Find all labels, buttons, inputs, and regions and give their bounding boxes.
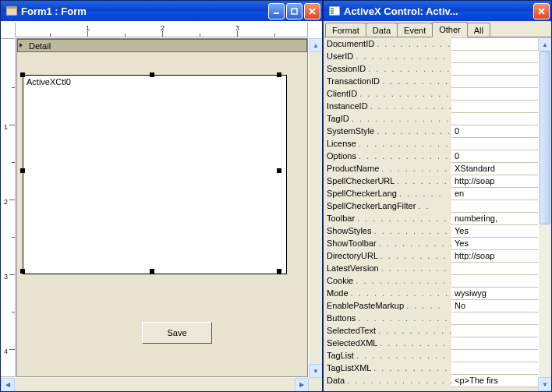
save-button[interactable]: Save bbox=[142, 322, 212, 344]
property-name: TagID . . . . . . . . . . . . . . . . . bbox=[324, 114, 451, 123]
property-row[interactable]: Toolbar . . . . . . . . . . . . . . .num… bbox=[324, 212, 538, 224]
property-row[interactable]: Options . . . . . . . . . . . . . . .0 bbox=[324, 150, 538, 162]
window-title: ActiveX Control: Activ... bbox=[344, 5, 533, 17]
property-row[interactable]: DirectoryURL . . . . . . . . . .http://s… bbox=[324, 249, 538, 262]
property-row[interactable]: SessionID . . . . . . . . . . . . . bbox=[324, 62, 538, 75]
property-row[interactable]: ShowStyles . . . . . . . . . . . .Yes bbox=[324, 224, 538, 237]
scroll-left-icon[interactable]: ◀ bbox=[1, 378, 15, 392]
property-value[interactable]: numbering, bbox=[451, 212, 538, 225]
property-value[interactable]: 0 bbox=[451, 125, 538, 138]
property-row[interactable]: SpellCheckerLangFilter . . bbox=[324, 200, 538, 212]
titlebar[interactable]: ActiveX Control: Activ... bbox=[324, 1, 551, 21]
property-row[interactable]: SelectedText . . . . . . . . . . bbox=[324, 324, 538, 337]
property-name: SpellCheckerLangFilter . . bbox=[324, 201, 451, 210]
property-name: ClientID . . . . . . . . . . . . . . bbox=[324, 89, 451, 98]
property-name: License . . . . . . . . . . . . . . . bbox=[324, 139, 451, 148]
scroll-right-icon[interactable]: ▶ bbox=[295, 378, 309, 392]
close-button[interactable] bbox=[304, 3, 320, 19]
titlebar[interactable]: Form1 : Form bbox=[1, 1, 322, 21]
close-button[interactable] bbox=[533, 3, 550, 19]
property-value[interactable] bbox=[451, 50, 538, 63]
property-value[interactable] bbox=[451, 75, 538, 88]
tab-data[interactable]: Data bbox=[366, 23, 398, 37]
property-value[interactable]: wysiwyg bbox=[451, 287, 538, 300]
property-row[interactable]: TagListXML . . . . . . . . . . . . bbox=[324, 362, 538, 374]
property-value[interactable] bbox=[451, 349, 538, 362]
scrollbar-vertical[interactable]: ▲ ▼ bbox=[309, 38, 322, 378]
design-canvas[interactable]: Detail ActiveXCtl0 Save bbox=[16, 38, 308, 377]
property-name: Cookie . . . . . . . . . . . . . . . . bbox=[324, 276, 451, 285]
form-icon bbox=[5, 5, 18, 16]
property-row[interactable]: SpellCheckerURL . . . . . . .http://soap bbox=[324, 175, 538, 187]
property-value[interactable] bbox=[451, 112, 538, 125]
property-row[interactable]: Cookie . . . . . . . . . . . . . . . . bbox=[324, 274, 538, 287]
property-value[interactable] bbox=[451, 312, 538, 325]
property-value[interactable] bbox=[451, 362, 538, 375]
property-value[interactable]: Yes bbox=[451, 237, 538, 250]
tab-all[interactable]: All bbox=[467, 23, 490, 37]
property-value[interactable] bbox=[451, 262, 538, 275]
property-value[interactable]: XStandard bbox=[451, 162, 538, 175]
property-name: SpellCheckerURL . . . . . . . bbox=[324, 176, 451, 185]
form-designer-window: Form1 : Form 1 2 3 1 2 3 4 bbox=[0, 0, 323, 392]
property-value[interactable]: en bbox=[451, 187, 538, 200]
activex-control[interactable]: ActiveXCtl0 bbox=[23, 75, 287, 274]
minimize-button[interactable] bbox=[268, 3, 285, 19]
property-value[interactable]: Yes bbox=[451, 224, 538, 238]
property-row[interactable]: Mode . . . . . . . . . . . . . . . . . .… bbox=[324, 287, 538, 299]
property-row[interactable]: DocumentID . . . . . . . . . . . . bbox=[324, 37, 538, 50]
properties-scrollbar[interactable]: ▲ ▼ bbox=[538, 37, 551, 391]
property-row[interactable]: Buttons . . . . . . . . . . . . . . . bbox=[324, 312, 538, 324]
property-value[interactable]: No bbox=[451, 299, 538, 313]
property-value[interactable] bbox=[451, 37, 538, 51]
property-row[interactable]: TagList . . . . . . . . . . . . . . . bbox=[324, 349, 538, 362]
tab-event[interactable]: Event bbox=[397, 23, 433, 37]
property-row[interactable]: UserID . . . . . . . . . . . . . . . . bbox=[324, 50, 538, 62]
property-value[interactable] bbox=[451, 87, 538, 101]
scroll-thumb[interactable] bbox=[540, 51, 550, 224]
scroll-down-icon[interactable]: ▼ bbox=[309, 364, 322, 378]
svg-rect-2 bbox=[274, 12, 279, 14]
scroll-up-icon[interactable]: ▲ bbox=[309, 38, 322, 52]
property-row[interactable]: SelectedXML . . . . . . . . . . . bbox=[324, 337, 538, 349]
scroll-down-icon[interactable]: ▼ bbox=[538, 377, 551, 391]
property-row[interactable]: ShowToolbar . . . . . . . . . . .Yes bbox=[324, 237, 538, 249]
property-value[interactable] bbox=[451, 200, 538, 213]
property-value[interactable] bbox=[451, 62, 538, 76]
scrollbar-corner bbox=[309, 378, 322, 391]
property-row[interactable]: EnablePasteMarkup . . . . .No bbox=[324, 299, 538, 312]
property-row[interactable]: Data . . . . . . . . . . . . . . . . . .… bbox=[324, 374, 538, 387]
property-row[interactable]: ProductName . . . . . . . . . . .XStanda… bbox=[324, 162, 538, 175]
property-value[interactable]: 0 bbox=[451, 150, 538, 163]
property-row[interactable]: SystemStyle . . . . . . . . . . .0 bbox=[324, 125, 538, 137]
property-value[interactable] bbox=[451, 274, 538, 288]
property-value[interactable]: http://soap bbox=[451, 175, 538, 188]
property-name: ShowStyles . . . . . . . . . . . . bbox=[324, 226, 451, 235]
section-header-detail[interactable]: Detail bbox=[17, 39, 307, 52]
property-row[interactable]: TransactionID . . . . . . . . . bbox=[324, 75, 538, 87]
property-row[interactable]: ClientID . . . . . . . . . . . . . . bbox=[324, 87, 538, 100]
properties-list[interactable]: DocumentID . . . . . . . . . . . .UserID… bbox=[324, 37, 538, 391]
property-name: Data . . . . . . . . . . . . . . . . . . bbox=[324, 376, 451, 385]
tab-format[interactable]: Format bbox=[325, 23, 366, 37]
maximize-button[interactable] bbox=[286, 3, 303, 19]
scrollbar-horizontal[interactable]: ◀ ▶ bbox=[1, 378, 309, 391]
property-row[interactable]: SpellCheckerLang . . . . . .en bbox=[324, 187, 538, 200]
property-row[interactable]: TagID . . . . . . . . . . . . . . . . . bbox=[324, 112, 538, 125]
property-value[interactable]: http://soap bbox=[451, 249, 538, 263]
property-value[interactable] bbox=[451, 324, 538, 337]
property-value[interactable] bbox=[451, 337, 538, 350]
property-name: Options . . . . . . . . . . . . . . . bbox=[324, 151, 451, 161]
property-value[interactable] bbox=[451, 137, 538, 150]
scroll-up-icon[interactable]: ▲ bbox=[538, 37, 551, 51]
property-name: InstanceID . . . . . . . . . . . . bbox=[324, 101, 451, 111]
tab-other[interactable]: Other bbox=[432, 22, 468, 37]
property-row[interactable]: LatestVersion . . . . . . . . . bbox=[324, 262, 538, 274]
property-value[interactable] bbox=[451, 100, 538, 113]
property-name: Toolbar . . . . . . . . . . . . . . . bbox=[324, 214, 451, 223]
property-row[interactable]: License . . . . . . . . . . . . . . . bbox=[324, 137, 538, 150]
properties-window: ActiveX Control: Activ... Format Data Ev… bbox=[323, 0, 552, 392]
property-row[interactable]: InstanceID . . . . . . . . . . . . bbox=[324, 100, 538, 112]
property-value[interactable]: <p>The firs bbox=[451, 374, 538, 387]
property-name: Buttons . . . . . . . . . . . . . . . bbox=[324, 313, 451, 323]
